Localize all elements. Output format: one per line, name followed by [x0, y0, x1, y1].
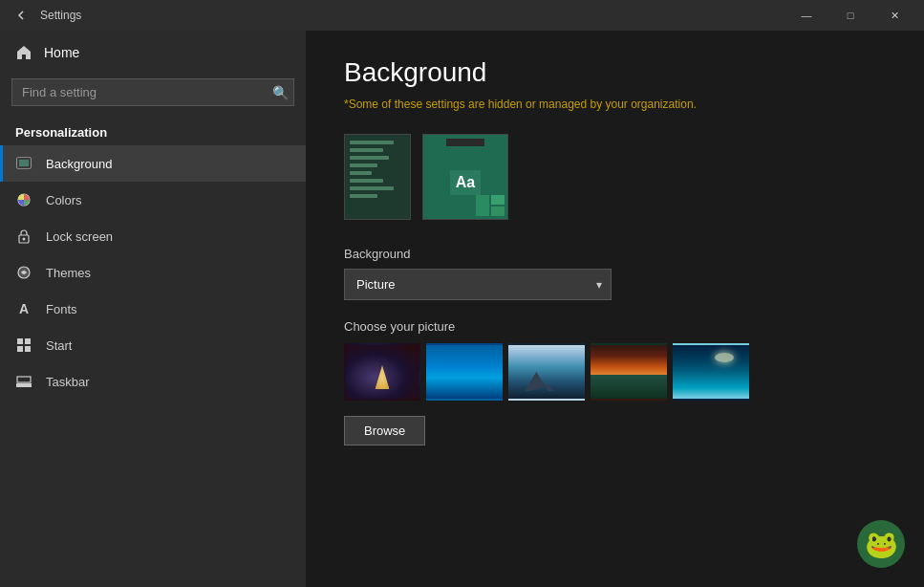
lock-icon — [15, 228, 32, 245]
preview-line-2 — [350, 148, 383, 152]
picture-grid — [344, 343, 886, 401]
preview-line-7 — [350, 186, 394, 190]
picture-thumb-1[interactable] — [344, 343, 420, 401]
background-icon — [15, 155, 32, 172]
search-button[interactable]: 🔍 — [272, 85, 289, 100]
background-dropdown-wrapper: Picture Solid color Slideshow ▾ — [344, 269, 612, 300]
sidebar-item-background[interactable]: Background — [0, 145, 306, 182]
preview-line-6 — [350, 179, 383, 183]
main-layout: Home 🔍 Personalization Background — [0, 31, 924, 587]
titlebar: Settings — □ ✕ — [0, 0, 924, 31]
svg-point-5 — [23, 238, 26, 241]
sidebar-item-taskbar[interactable]: Taskbar — [0, 363, 306, 400]
preview-topbar — [446, 139, 484, 146]
back-button[interactable] — [8, 2, 34, 29]
sidebar-item-fonts-label: Fonts — [46, 302, 77, 316]
start-icon — [15, 337, 32, 354]
sidebar-item-themes[interactable]: Themes — [0, 254, 306, 291]
preview-tile-2 — [491, 195, 505, 205]
preview-body: Aa — [423, 146, 507, 219]
taskbar-icon — [15, 373, 32, 390]
sidebar-item-home[interactable]: Home — [0, 31, 306, 75]
minimize-button[interactable]: — — [784, 0, 828, 31]
preview-small — [344, 134, 411, 220]
preview-tile-3 — [491, 207, 505, 216]
fonts-icon: A — [15, 300, 32, 317]
sidebar-item-lock-screen-label: Lock screen — [46, 229, 113, 244]
sidebar-item-colors-label: Colors — [46, 193, 82, 207]
sidebar: Home 🔍 Personalization Background — [0, 31, 306, 587]
svg-rect-12 — [17, 377, 31, 382]
window-controls: — □ ✕ — [784, 0, 916, 31]
preview-lines — [345, 135, 410, 204]
preview-container: Aa — [344, 134, 886, 220]
picture-thumb-4[interactable] — [591, 343, 667, 401]
svg-rect-11 — [16, 383, 32, 387]
background-dropdown[interactable]: Picture Solid color Slideshow — [344, 269, 612, 300]
sidebar-item-lock-screen[interactable]: Lock screen — [0, 218, 306, 254]
preview-tile-1 — [476, 195, 489, 216]
home-label: Home — [44, 45, 79, 60]
browse-button[interactable]: Browse — [344, 416, 425, 446]
svg-rect-9 — [17, 346, 23, 352]
sidebar-section-title: Personalization — [0, 118, 306, 145]
close-button[interactable]: ✕ — [872, 0, 916, 31]
sidebar-item-themes-label: Themes — [46, 266, 91, 280]
preview-line-3 — [350, 156, 389, 160]
preview-tiles — [473, 192, 507, 219]
preview-line-5 — [350, 171, 372, 175]
themes-icon — [15, 264, 32, 281]
svg-rect-7 — [17, 338, 23, 344]
preview-line-1 — [350, 141, 394, 144]
sidebar-item-start-label: Start — [46, 338, 72, 353]
search-box: 🔍 — [11, 78, 294, 106]
preview-line-4 — [350, 163, 377, 167]
search-input[interactable] — [11, 78, 294, 106]
home-icon — [15, 44, 32, 61]
svg-rect-2 — [19, 160, 29, 166]
titlebar-title: Settings — [40, 9, 784, 22]
preview-line-8 — [350, 194, 377, 198]
sidebar-item-background-label: Background — [46, 157, 112, 171]
content-area: Background *Some of these settings are h… — [306, 31, 924, 587]
colors-icon — [15, 191, 32, 208]
background-section-label: Background — [344, 247, 886, 261]
maximize-button[interactable]: □ — [828, 0, 872, 31]
sidebar-item-colors[interactable]: Colors — [0, 182, 306, 218]
avatar: 🐸 — [857, 520, 905, 568]
sidebar-item-taskbar-label: Taskbar — [46, 375, 90, 389]
picture-thumb-2[interactable] — [426, 343, 503, 401]
sidebar-item-start[interactable]: Start — [0, 327, 306, 363]
sidebar-item-fonts[interactable]: A Fonts — [0, 291, 306, 327]
preview-main: Aa — [422, 134, 508, 220]
picture-thumb-5[interactable] — [673, 343, 749, 401]
picture-thumb-3[interactable] — [508, 343, 585, 401]
page-title: Background — [344, 57, 886, 88]
org-notice: *Some of these settings are hidden or ma… — [344, 98, 886, 111]
choose-label: Choose your picture — [344, 319, 886, 334]
svg-rect-8 — [25, 338, 31, 344]
svg-rect-10 — [25, 346, 31, 352]
